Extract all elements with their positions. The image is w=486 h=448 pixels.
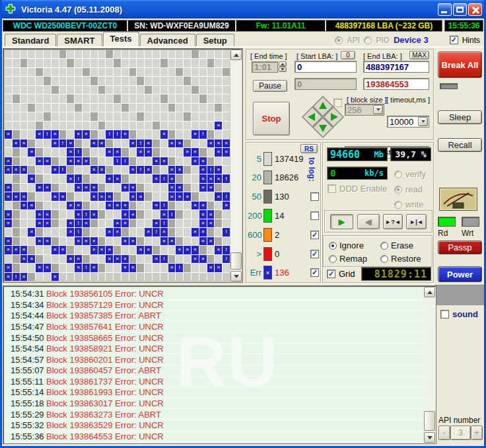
stat-row: 6002 [248,227,319,243]
map-cell [83,148,90,156]
grid-checkbox[interactable] [327,270,335,278]
map-scrollbar[interactable] [230,50,242,281]
break-all-button[interactable]: Break All [438,52,482,78]
to-log-checkbox[interactable] [310,211,319,220]
api-radio[interactable] [335,36,343,44]
map-cell: × [20,246,28,254]
scroll-down-icon[interactable] [230,271,242,281]
map-cell [184,237,191,245]
timeout-combo[interactable]: 10000 [387,116,429,128]
chevron-down-icon[interactable] [373,105,383,114]
log-message: Block 193857385 Error: ABRT [46,311,161,320]
ignore-radio[interactable] [329,242,337,250]
tab-tests[interactable]: Tests [103,32,139,46]
tab-smart[interactable]: SMART [57,34,102,46]
read-radio[interactable] [394,186,402,194]
map-cell [160,264,168,272]
to-log-checkbox[interactable] [310,250,319,258]
map-cell [13,157,20,165]
current-lba-field: 193864553 [363,78,429,90]
to-log-checkbox[interactable] [310,268,319,277]
max-button[interactable]: MAX [409,51,429,59]
api-minus-button[interactable]: - [438,426,450,440]
map-cell [160,59,168,67]
map-cell [223,68,230,76]
log-scroll-thumb[interactable] [424,411,435,431]
scan-start-button[interactable]: ► [330,214,353,229]
passp-button[interactable]: Passp [438,241,482,254]
map-cell [52,86,59,94]
api-number-value: 3 [450,426,471,440]
map-cell [5,77,12,85]
sleep-button[interactable]: Sleep [438,110,482,124]
end-time-spinner[interactable] [279,61,287,72]
write-radio[interactable] [394,201,402,209]
scan-back-button[interactable]: ◄ [357,214,380,229]
start-lba-label: [ Start LBA: ] [296,52,337,60]
tab-setup[interactable]: Setup [196,34,234,46]
chevron-down-icon[interactable] [418,117,428,126]
minimize-button[interactable] [438,3,452,16]
log-scrollbar[interactable] [424,287,435,443]
recall-button[interactable]: Recall [438,138,482,152]
map-cell [20,77,28,85]
to-log-checkbox[interactable] [310,192,319,201]
scan-jump-button[interactable]: ►?◄ [383,214,403,229]
hints-checkbox[interactable] [450,36,458,44]
scroll-down-icon[interactable] [424,432,435,443]
stat-label: 20 [248,172,263,182]
dpad-checkbox[interactable] [333,98,342,107]
map-cell [207,273,215,281]
stat-row: Err×136 [248,265,319,281]
map-cell [59,50,67,58]
scroll-up-icon[interactable] [230,50,242,60]
mb-display: 94660 Mb [327,147,388,161]
remap-radio[interactable] [329,255,337,263]
erase-radio[interactable] [380,242,388,250]
map-cell [176,202,183,209]
map-cell [52,219,59,227]
map-cell [137,157,144,165]
map-cell: × [168,237,176,245]
close-button[interactable] [468,3,482,16]
tab-advanced[interactable]: Advanced [140,34,195,46]
to-log-checkbox[interactable] [310,231,319,239]
start-lba-zero-button[interactable]: 0 [341,51,355,59]
map-cell [98,148,106,156]
map-cell [160,166,168,174]
map-cell: ! [199,130,207,138]
map-cell: × [90,166,98,174]
map-cell [137,228,144,236]
sound-checkbox[interactable] [440,310,449,318]
map-scroll-thumb[interactable] [230,252,242,270]
map-cell [223,219,230,227]
map-cell: × [160,130,168,138]
map-cell [191,139,199,147]
log-time: 15:55:29 [5,410,46,420]
pause-button[interactable]: Pause [253,80,287,92]
scan-align-button[interactable]: ►|◄ [406,214,427,229]
map-cell [44,50,51,58]
ddd-checkbox[interactable] [328,184,336,193]
map-cell [129,202,137,209]
pio-radio[interactable] [364,36,372,44]
map-cell [145,104,152,112]
power-button[interactable]: Power [438,266,482,282]
end-time-field[interactable]: 1:01 [252,61,278,73]
maximize-button[interactable] [453,3,467,16]
api-plus-button[interactable]: + [471,426,483,440]
stop-button[interactable]: Stop [253,102,290,135]
map-cell: × [98,166,106,174]
stat-color-swatch [263,152,272,166]
map-cell [106,94,113,102]
map-cell: × [145,139,152,147]
map-cell [184,94,191,102]
tab-standard[interactable]: Standard [5,34,56,46]
restore-radio[interactable] [380,255,388,263]
verify-radio[interactable] [394,170,402,178]
scroll-up-icon[interactable] [424,287,435,297]
log-entry: 15:54:54Block 193858921 Error: UNCR [5,344,423,355]
end-lba-field[interactable]: 488397167 [363,61,429,73]
block-size-combo[interactable]: 256 [345,104,384,116]
start-lba-field[interactable]: 0 [295,61,357,73]
